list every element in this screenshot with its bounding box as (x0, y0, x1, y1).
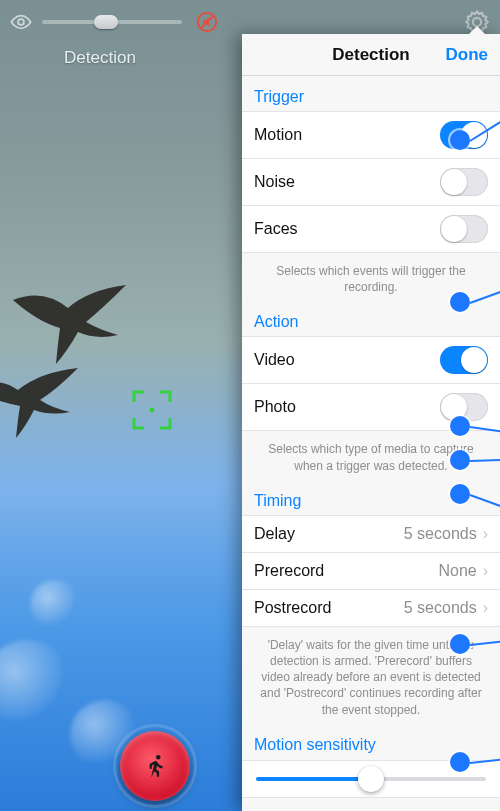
row-timing-postrecord[interactable]: Postrecord 5 seconds › (242, 589, 500, 627)
chevron-right-icon: › (483, 599, 488, 617)
record-button[interactable] (120, 731, 190, 801)
toggle-noise[interactable] (440, 168, 488, 196)
section-header-action: Action (242, 301, 500, 337)
panel-title: Detection (332, 45, 409, 65)
toggle-photo[interactable] (440, 393, 488, 421)
row-label: Video (254, 351, 295, 369)
row-label: Delay (254, 525, 295, 543)
row-trigger-faces[interactable]: Faces (242, 205, 500, 253)
slider-thumb[interactable] (358, 766, 384, 792)
row-action-photo[interactable]: Photo (242, 383, 500, 431)
bird-silhouette (8, 280, 138, 370)
row-value: None (438, 562, 476, 580)
chevron-right-icon: › (483, 525, 488, 543)
row-action-video[interactable]: Video (242, 336, 500, 384)
running-man-icon (142, 753, 168, 779)
chevron-right-icon: › (483, 562, 488, 580)
focus-reticle[interactable] (130, 388, 174, 432)
panel-header: Detection Done (242, 34, 500, 76)
svg-line-2 (201, 16, 214, 29)
row-trigger-motion[interactable]: Motion (242, 111, 500, 159)
row-label: Faces (254, 220, 298, 238)
row-value: 5 seconds (404, 525, 477, 543)
row-timing-delay[interactable]: Delay 5 seconds › (242, 515, 500, 553)
mode-bar: Detection (0, 44, 200, 72)
section-note-action: Selects which type of media to capture w… (242, 431, 500, 479)
panel-body[interactable]: Trigger Motion Noise Faces Selects which… (242, 76, 500, 811)
section-header-trigger: Trigger (242, 76, 500, 112)
toggle-motion[interactable] (440, 121, 488, 149)
slider-motion-sensitivity[interactable] (242, 760, 500, 798)
row-trigger-noise[interactable]: Noise (242, 158, 500, 206)
done-button[interactable]: Done (446, 34, 489, 75)
row-label: Noise (254, 173, 295, 191)
mode-label[interactable]: Detection (64, 48, 136, 68)
section-header-timing: Timing (242, 480, 500, 516)
zoom-slider[interactable] (42, 20, 182, 24)
bokeh (30, 580, 80, 630)
detection-settings-panel: Detection Done Trigger Motion Noise Face… (242, 34, 500, 811)
zoom-slider-thumb[interactable] (94, 15, 118, 29)
section-note-trigger: Selects which events will trigger the re… (242, 253, 500, 301)
section-header-motion-sensitivity: Motion sensitivity (242, 724, 500, 760)
svg-point-0 (18, 19, 24, 25)
row-value: 5 seconds (404, 599, 477, 617)
row-label: Postrecord (254, 599, 331, 617)
bird-silhouette (0, 360, 80, 440)
row-label: Photo (254, 398, 296, 416)
section-note-motion-sensitivity: Sets the overall sensitivity for motion … (242, 798, 500, 811)
svg-point-3 (150, 408, 155, 413)
svg-point-4 (156, 755, 161, 760)
preview-eye-icon[interactable] (10, 11, 32, 33)
toggle-video[interactable] (440, 346, 488, 374)
toggle-faces[interactable] (440, 215, 488, 243)
mute-icon[interactable] (196, 11, 218, 33)
top-bar (0, 8, 500, 36)
row-timing-prerecord[interactable]: Prerecord None › (242, 552, 500, 590)
row-label: Motion (254, 126, 302, 144)
section-note-timing: 'Delay' waits for the given time until t… (242, 627, 500, 724)
row-label: Prerecord (254, 562, 324, 580)
